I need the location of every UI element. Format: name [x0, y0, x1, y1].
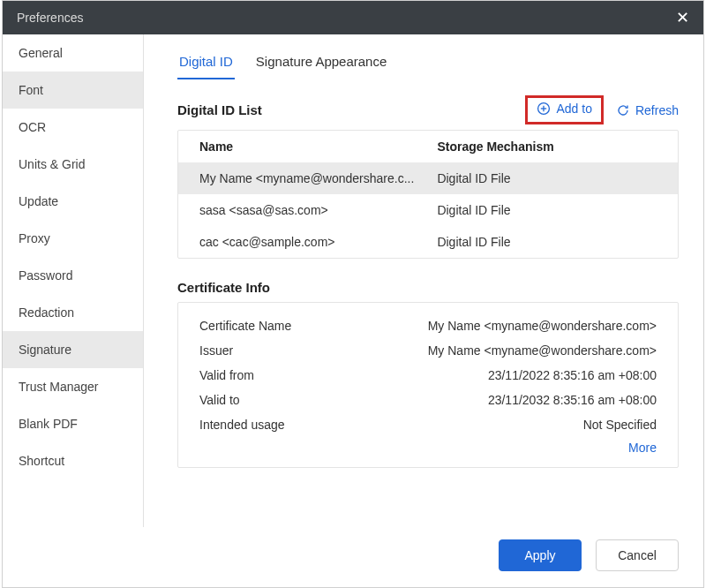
id-list-header: Digital ID List Add to: [177, 95, 679, 124]
main-content: Digital ID Signature Appearance Digital …: [144, 34, 703, 527]
sidebar-item-signature[interactable]: Signature: [3, 331, 143, 368]
tab-signature-appearance[interactable]: Signature Appearance: [254, 47, 388, 79]
refresh-label: Refresh: [635, 103, 679, 117]
cert-info-box: Certificate Name My Name <myname@wonders…: [177, 302, 679, 468]
plus-circle-icon: [537, 102, 551, 116]
sidebar-item-update[interactable]: Update: [3, 183, 143, 220]
info-label: Certificate Name: [199, 319, 291, 333]
cell-name: sasa <sasa@sas.com>: [199, 203, 437, 217]
info-value: My Name <myname@wondershare.com>: [428, 343, 657, 358]
info-label: Valid to: [199, 393, 240, 407]
info-row: Issuer My Name <myname@wondershare.com>: [199, 338, 657, 363]
sidebar-item-redaction[interactable]: Redaction: [3, 294, 143, 331]
window-title: Preferences: [17, 11, 83, 25]
add-to-label: Add to: [556, 102, 591, 116]
col-header-name: Name: [199, 139, 437, 154]
footer: Apply Cancel: [3, 527, 703, 587]
sidebar-item-trust-manager[interactable]: Trust Manager: [3, 368, 143, 405]
apply-button[interactable]: Apply: [499, 539, 582, 571]
cancel-button[interactable]: Cancel: [596, 539, 679, 571]
info-label: Issuer: [199, 343, 233, 358]
refresh-icon: [616, 103, 630, 117]
cert-more-row: More: [199, 437, 657, 460]
table-row[interactable]: cac <cac@sample.com> Digital ID File: [178, 226, 678, 258]
id-list-table-header: Name Storage Mechanism: [178, 131, 678, 162]
info-value: 23/11/2032 8:35:16 am +08:00: [488, 393, 657, 407]
add-to-button[interactable]: Add to: [537, 102, 591, 116]
sidebar-item-proxy[interactable]: Proxy: [3, 220, 143, 257]
cell-name: cac <cac@sample.com>: [199, 235, 437, 249]
sidebar-item-font[interactable]: Font: [3, 72, 143, 109]
cell-mech: Digital ID File: [437, 203, 657, 217]
more-link[interactable]: More: [628, 441, 657, 455]
sidebar-item-general[interactable]: General: [3, 34, 143, 72]
add-to-highlight: Add to: [525, 95, 603, 124]
cell-mech: Digital ID File: [437, 171, 657, 185]
table-row[interactable]: My Name <myname@wondershare.c... Digital…: [178, 162, 678, 194]
id-list-title: Digital ID List: [177, 102, 262, 117]
preferences-window: Preferences ✕ General Font OCR Units & G…: [2, 0, 704, 588]
id-list-actions: Add to Refresh: [525, 95, 679, 124]
info-value: My Name <myname@wondershare.com>: [428, 319, 657, 333]
info-row: Valid to 23/11/2032 8:35:16 am +08:00: [199, 388, 657, 412]
sidebar-item-password[interactable]: Password: [3, 257, 143, 294]
cell-mech: Digital ID File: [437, 235, 657, 249]
id-list-table: Name Storage Mechanism My Name <myname@w…: [177, 130, 679, 259]
info-value: Not Specified: [583, 418, 657, 432]
titlebar: Preferences ✕: [3, 1, 703, 34]
sidebar-item-units-grid[interactable]: Units & Grid: [3, 146, 143, 183]
info-row: Intended usage Not Specified: [199, 412, 657, 437]
info-label: Valid from: [199, 368, 254, 382]
info-row: Valid from 23/11/2022 8:35:16 am +08:00: [199, 363, 657, 388]
sidebar: General Font OCR Units & Grid Update Pro…: [3, 34, 144, 527]
sidebar-item-blank-pdf[interactable]: Blank PDF: [3, 405, 143, 442]
info-value: 23/11/2022 8:35:16 am +08:00: [488, 368, 657, 382]
cell-name: My Name <myname@wondershare.c...: [199, 171, 437, 185]
sidebar-item-ocr[interactable]: OCR: [3, 109, 143, 146]
cert-info-title: Certificate Info: [177, 280, 679, 295]
tab-digital-id[interactable]: Digital ID: [177, 47, 235, 79]
tabstrip: Digital ID Signature Appearance: [177, 47, 679, 79]
sidebar-item-shortcut[interactable]: Shortcut: [3, 442, 143, 479]
col-header-mech: Storage Mechanism: [437, 139, 657, 154]
window-body: General Font OCR Units & Grid Update Pro…: [3, 34, 703, 527]
table-row[interactable]: sasa <sasa@sas.com> Digital ID File: [178, 194, 678, 226]
refresh-button[interactable]: Refresh: [616, 103, 679, 117]
info-label: Intended usage: [199, 418, 285, 432]
info-row: Certificate Name My Name <myname@wonders…: [199, 313, 657, 338]
close-icon[interactable]: ✕: [676, 8, 689, 27]
